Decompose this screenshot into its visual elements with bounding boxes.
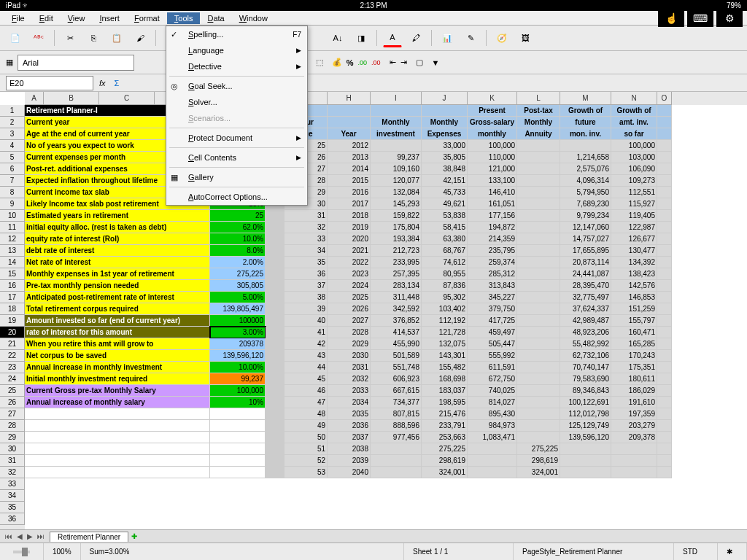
cell[interactable] [657, 268, 672, 280]
cell[interactable]: 130,477 [611, 245, 657, 257]
cell[interactable] [371, 455, 422, 467]
cell[interactable]: 161,051 [468, 198, 517, 210]
cell[interactable]: Current Gross pre-tax Monthly Salary [25, 385, 210, 397]
cell[interactable]: 74,612 [422, 257, 468, 268]
menu-file[interactable]: File [4, 12, 32, 24]
cell[interactable]: 14,757,027 [560, 233, 611, 245]
cell[interactable]: 10.00% [210, 362, 266, 373]
row-header[interactable]: 31 [0, 455, 25, 467]
cell[interactable]: 70,740,147 [560, 362, 611, 373]
menu-item-detective[interactable]: Detective▶ [166, 58, 307, 74]
cell[interactable]: 283,134 [371, 280, 422, 292]
cell[interactable]: Monthly expenses in 1st year of retireme… [25, 268, 210, 280]
cell[interactable]: 99,237 [371, 152, 422, 163]
cell[interactable]: 20,873,114 [560, 257, 611, 268]
cell[interactable] [266, 467, 285, 478]
cell[interactable]: 455,990 [371, 338, 422, 350]
cell[interactable] [517, 280, 560, 292]
cell[interactable]: 2030 [328, 350, 371, 362]
row-header[interactable]: 10 [0, 210, 25, 222]
cell[interactable]: 145,293 [371, 198, 422, 210]
cell[interactable]: 2040 [328, 467, 371, 478]
row-header[interactable]: 30 [0, 443, 25, 455]
cell[interactable] [266, 210, 285, 222]
cell[interactable] [210, 420, 266, 432]
cell[interactable]: 180,611 [611, 373, 657, 385]
cell[interactable] [266, 408, 285, 420]
col-header[interactable]: L [517, 92, 560, 105]
cell[interactable]: 80,955 [422, 268, 468, 280]
cell[interactable]: 313,843 [468, 280, 517, 292]
cell[interactable]: 175,351 [611, 362, 657, 373]
cell[interactable] [517, 222, 560, 233]
currency-button[interactable]: 💰 [332, 58, 342, 67]
cell[interactable]: 209378 [210, 338, 266, 350]
cell[interactable]: 667,615 [371, 385, 422, 397]
paste-button[interactable]: 📋 [107, 28, 126, 47]
cell[interactable] [266, 315, 285, 327]
brush-button[interactable]: 🖌 [131, 28, 150, 47]
row-header[interactable]: 28 [0, 420, 25, 432]
cell[interactable]: 43 [285, 350, 328, 362]
col-header[interactable]: I [371, 92, 422, 105]
cell[interactable] [560, 140, 611, 152]
cell-reference-input[interactable] [6, 76, 93, 90]
cell[interactable] [210, 432, 266, 443]
cell[interactable]: 2034 [328, 397, 371, 408]
cell[interactable]: 42,151 [422, 175, 468, 187]
menu-edit[interactable]: Edit [32, 12, 61, 24]
cell[interactable] [468, 443, 517, 455]
styles-button[interactable]: ▦ [6, 58, 13, 67]
cell[interactable]: 33 [285, 233, 328, 245]
cell[interactable] [657, 152, 672, 163]
cell[interactable]: Pre-tax monthly pension needed [25, 280, 210, 292]
row-header[interactable]: 7 [0, 175, 25, 187]
cell[interactable]: 103,000 [611, 152, 657, 163]
cell[interactable] [657, 350, 672, 362]
cell[interactable]: 170,243 [611, 350, 657, 362]
spreadsheet-area[interactable]: ABCDEFGHIJKLMNO 123456789101112131415161… [0, 92, 747, 542]
cell[interactable]: 215,476 [422, 408, 468, 420]
row-header[interactable]: 36 [0, 513, 25, 525]
cell[interactable]: Total retirement corpus required [25, 303, 210, 315]
cell[interactable]: 32 [285, 222, 328, 233]
cell[interactable]: 342,592 [371, 303, 422, 315]
cell[interactable] [611, 467, 657, 478]
row-header[interactable]: 18 [0, 303, 25, 315]
cell[interactable] [517, 163, 560, 175]
row-header[interactable]: 8 [0, 187, 25, 198]
cell[interactable]: 2024 [328, 280, 371, 292]
cell[interactable]: 53 [285, 467, 328, 478]
cell[interactable]: 814,027 [468, 397, 517, 408]
cell[interactable]: 895,430 [468, 408, 517, 420]
cell[interactable]: amt. inv. [611, 117, 657, 128]
cell[interactable] [517, 327, 560, 338]
cell[interactable] [657, 408, 672, 420]
cut-button[interactable]: ✂ [61, 28, 80, 47]
cell[interactable] [611, 443, 657, 455]
cell[interactable] [657, 117, 672, 128]
cell[interactable]: 417,725 [468, 315, 517, 327]
cell[interactable]: 5,794,950 [560, 187, 611, 198]
cell[interactable]: 4,096,314 [560, 175, 611, 187]
cell[interactable] [657, 233, 672, 245]
tab-first-icon[interactable]: ⏮ [3, 532, 15, 540]
row-header[interactable]: 17 [0, 292, 25, 303]
cell[interactable]: 807,815 [371, 408, 422, 420]
cell[interactable] [210, 455, 266, 467]
cell[interactable]: 55,482,992 [560, 338, 611, 350]
cell[interactable]: 2029 [328, 338, 371, 350]
cell[interactable]: 87,836 [422, 280, 468, 292]
cell[interactable]: 379,750 [468, 303, 517, 315]
cell[interactable]: 233,791 [422, 420, 468, 432]
cell[interactable]: 68,767 [422, 245, 468, 257]
cell[interactable]: 62.0% [210, 222, 266, 233]
cell[interactable]: 257,395 [371, 268, 422, 280]
row-header[interactable]: 33 [0, 478, 25, 490]
status-sum[interactable]: Sum=3.00% [81, 543, 404, 560]
cell[interactable]: 25 [210, 210, 266, 222]
cell[interactable]: 17,655,895 [560, 245, 611, 257]
row-header[interactable]: 3 [0, 128, 25, 140]
cell[interactable] [657, 140, 672, 152]
row-header[interactable]: 34 [0, 490, 25, 502]
